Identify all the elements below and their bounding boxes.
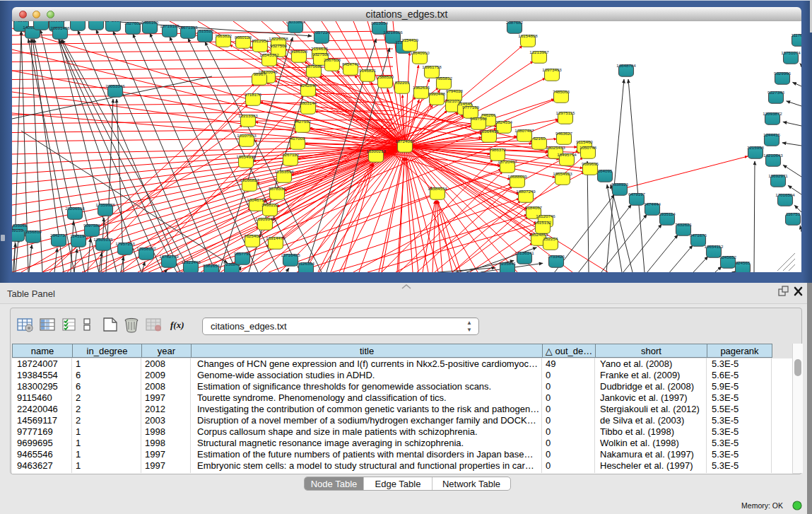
svg-text:16154808: 16154808 <box>518 33 538 38</box>
svg-text:13226058: 13226058 <box>269 36 288 41</box>
svg-text:17359928: 17359928 <box>95 202 115 207</box>
svg-text:9242848: 9242848 <box>300 83 317 88</box>
svg-text:3875685: 3875685 <box>305 64 323 69</box>
svg-text:9329966: 9329966 <box>774 71 792 76</box>
svg-text:10807487: 10807487 <box>514 128 534 133</box>
svg-text:15751074: 15751074 <box>781 50 801 55</box>
svg-text:19166827: 19166827 <box>240 177 259 182</box>
svg-text:8813054: 8813054 <box>371 21 389 25</box>
svg-text:8471676: 8471676 <box>690 233 707 238</box>
svg-text:7625402: 7625402 <box>244 233 261 238</box>
svg-text:9857791: 9857791 <box>234 251 252 256</box>
svg-text:8126354: 8126354 <box>298 261 315 266</box>
svg-text:1615132: 1615132 <box>534 220 552 225</box>
svg-text:20364436: 20364436 <box>479 129 499 134</box>
svg-text:9777169: 9777169 <box>462 105 480 110</box>
svg-text:1733426: 1733426 <box>548 254 565 259</box>
svg-text:9777169: 9777169 <box>69 21 87 22</box>
svg-text:12505135: 12505135 <box>93 237 113 242</box>
svg-text:19654935: 19654935 <box>236 154 256 159</box>
svg-text:10025433: 10025433 <box>546 145 565 150</box>
svg-text:16914479: 16914479 <box>266 235 286 240</box>
svg-text:f(x): f(x) <box>170 320 184 330</box>
svg-text:10958107: 10958107 <box>136 246 156 251</box>
svg-text:9327503: 9327503 <box>270 43 288 48</box>
svg-text:3267110: 3267110 <box>282 152 299 157</box>
svg-text:18807249: 18807249 <box>516 189 536 194</box>
svg-text:1050748: 1050748 <box>579 145 597 150</box>
svg-text:7632621: 7632621 <box>675 222 693 227</box>
svg-text:9115460: 9115460 <box>576 139 593 144</box>
svg-text:16961758: 16961758 <box>422 64 442 69</box>
svg-text:8454749: 8454749 <box>342 62 360 66</box>
svg-text:9146821: 9146821 <box>359 68 377 73</box>
svg-text:15300213: 15300213 <box>366 148 386 153</box>
svg-text:8381654: 8381654 <box>203 263 220 268</box>
svg-text:8990448: 8990448 <box>428 91 446 96</box>
svg-text:164095: 164095 <box>598 168 613 173</box>
svg-text:8938923: 8938923 <box>611 182 629 187</box>
svg-text:20691406: 20691406 <box>50 25 70 30</box>
svg-text:39159: 39159 <box>12 228 23 233</box>
svg-text:12923446: 12923446 <box>181 259 201 264</box>
svg-text:10654112: 10654112 <box>704 244 724 249</box>
svg-text:3824514: 3824514 <box>495 119 513 124</box>
svg-text:7955812: 7955812 <box>435 76 453 81</box>
svg-text:17016504: 17016504 <box>775 192 795 197</box>
svg-text:2154636: 2154636 <box>311 46 329 51</box>
svg-text:6497568: 6497568 <box>470 116 488 121</box>
svg-text:6235841: 6235841 <box>499 261 517 266</box>
svg-text:1362615: 1362615 <box>413 85 430 90</box>
svg-text:98967: 98967 <box>253 71 266 76</box>
svg-text:8878334: 8878334 <box>269 186 286 191</box>
svg-text:924565: 924565 <box>736 260 751 265</box>
svg-text:12975115: 12975115 <box>555 110 575 115</box>
svg-text:1588520: 1588520 <box>377 74 394 79</box>
svg-text:62160: 62160 <box>533 136 546 141</box>
svg-text:6794028: 6794028 <box>446 88 464 93</box>
svg-text:2242004: 2242004 <box>105 21 122 23</box>
svg-text:1156819: 1156819 <box>25 229 42 234</box>
svg-text:8427552: 8427552 <box>294 119 312 124</box>
svg-text:116753: 116753 <box>786 211 801 216</box>
svg-text:9227343: 9227343 <box>767 90 785 95</box>
svg-text:16543362: 16543362 <box>259 52 279 57</box>
svg-text:1244415: 1244415 <box>763 132 781 137</box>
svg-text:835061: 835061 <box>13 223 28 228</box>
svg-text:15716485: 15716485 <box>281 252 300 257</box>
svg-text:7485063: 7485063 <box>553 89 570 94</box>
svg-text:9184067: 9184067 <box>525 205 543 210</box>
svg-text:19218506: 19218506 <box>383 30 403 35</box>
svg-text:19384554: 19384554 <box>428 186 447 191</box>
svg-text:1527602: 1527602 <box>124 21 142 25</box>
svg-text:2087682: 2087682 <box>506 21 524 25</box>
svg-text:10719185: 10719185 <box>160 23 180 28</box>
svg-text:16120746: 16120746 <box>536 214 555 218</box>
svg-text:12093872: 12093872 <box>763 111 782 116</box>
svg-text:7986372: 7986372 <box>489 147 507 152</box>
svg-text:7357224: 7357224 <box>313 30 331 35</box>
svg-text:3498222: 3498222 <box>261 202 279 207</box>
svg-text:9474444: 9474444 <box>644 201 661 206</box>
svg-text:16782759: 16782759 <box>159 254 179 259</box>
svg-text:7663822: 7663822 <box>215 33 233 38</box>
svg-text:20053346: 20053346 <box>105 83 125 88</box>
svg-text:2935114: 2935114 <box>659 211 676 216</box>
svg-text:2942737: 2942737 <box>50 233 68 238</box>
svg-text:18495794: 18495794 <box>557 152 577 157</box>
svg-text:12213967: 12213967 <box>529 49 549 54</box>
svg-text:16671355: 16671355 <box>178 25 198 30</box>
svg-text:10973493: 10973493 <box>542 67 562 72</box>
svg-text:16033809: 16033809 <box>286 21 305 24</box>
svg-text:6466160: 6466160 <box>141 21 159 25</box>
svg-text:10046738: 10046738 <box>247 197 266 202</box>
svg-text:9699695: 9699695 <box>582 161 599 166</box>
svg-text:2154419: 2154419 <box>401 37 419 42</box>
svg-text:9463627: 9463627 <box>13 21 30 23</box>
svg-text:12213383: 12213383 <box>238 113 258 118</box>
svg-text:20206516: 20206516 <box>65 206 85 211</box>
svg-text:9699695: 9699695 <box>48 21 66 23</box>
svg-text:832203: 832203 <box>395 80 410 85</box>
svg-text:19654923: 19654923 <box>553 171 572 176</box>
svg-text:17957253: 17957253 <box>115 241 135 246</box>
